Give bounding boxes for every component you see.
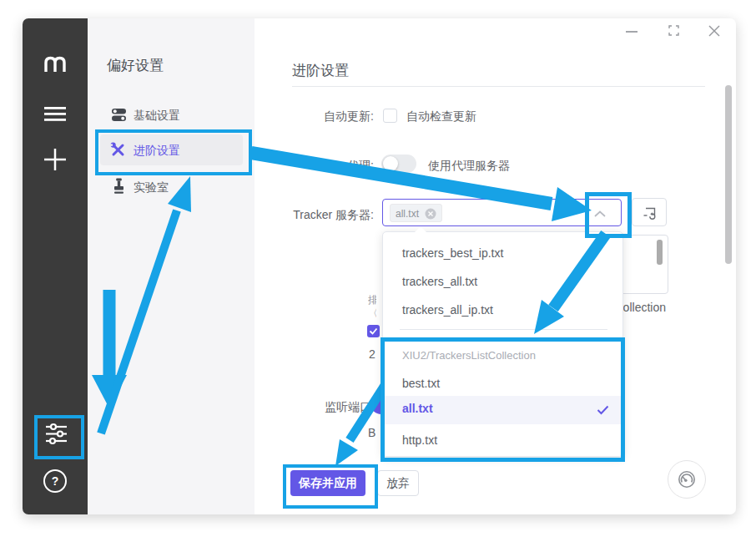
sidebar-item-advanced-settings[interactable]: 进阶设置 <box>100 134 243 165</box>
tracker-server-label: Tracker 服务器: <box>257 206 374 223</box>
maximize-button[interactable] <box>668 24 681 38</box>
proxy-label: 代理: <box>257 157 374 174</box>
chevron-up-icon[interactable] <box>594 210 606 217</box>
maximize-icon <box>668 24 680 37</box>
sidebar-item-lab[interactable]: 实验室 <box>100 172 244 202</box>
hidden-text-fragment: 排 <box>368 293 376 305</box>
preferences-icon[interactable] <box>45 423 68 445</box>
add-task-icon[interactable] <box>44 149 66 170</box>
proxy-switch-label: 使用代理服务器 <box>428 157 510 174</box>
dropdown-option[interactable]: trackers_best_ip.txt <box>402 245 503 261</box>
tag-close-icon[interactable] <box>425 208 436 220</box>
scrollbar-thumb[interactable] <box>725 85 732 264</box>
title-divider <box>292 86 705 87</box>
help-button[interactable]: ? <box>43 469 67 493</box>
task-list-icon[interactable] <box>44 107 66 122</box>
screenshot-root: ? 偏好设置 基础设置 进阶设置 <box>0 0 756 537</box>
sync-trackers-button[interactable] <box>632 198 667 226</box>
help-icon: ? <box>52 474 59 488</box>
auto-update-checkbox-label[interactable]: 自动检查更新 <box>406 108 476 124</box>
tracker-tag-label: all.txt <box>396 208 419 220</box>
speed-limit-button[interactable] <box>668 460 706 499</box>
discard-button[interactable]: 放弃 <box>377 470 419 496</box>
speedometer-icon <box>677 469 697 489</box>
hidden-text-fragment: 〈 <box>368 306 376 318</box>
close-button[interactable] <box>708 24 721 38</box>
dropdown-option[interactable]: trackers_all_ip.txt <box>402 301 493 318</box>
auto-update-checkbox[interactable] <box>383 109 397 123</box>
save-apply-button[interactable]: 保存并应用 <box>290 470 365 496</box>
tracker-dropdown: trackers_best_ip.txt trackers_all.txt tr… <box>382 231 623 457</box>
save-apply-label: 保存并应用 <box>299 476 357 489</box>
proxy-toggle[interactable] <box>381 155 416 173</box>
toggles-icon <box>111 108 127 122</box>
sidebar-item-label: 基础设置 <box>134 107 180 124</box>
sidebar-item-label: 进阶设置 <box>134 142 180 159</box>
tools-icon <box>109 141 127 159</box>
tracker-tag: all.txt <box>390 204 442 222</box>
textarea-scrollbar[interactable] <box>657 240 663 265</box>
page-title: 进阶设置 <box>292 61 349 80</box>
discard-label: 放弃 <box>386 476 410 489</box>
check-icon <box>597 405 609 415</box>
dropdown-option-selected-row[interactable]: all.txt <box>384 396 622 424</box>
sidebar-item-label: 实验室 <box>134 179 169 195</box>
dropdown-option[interactable]: trackers_all.txt <box>402 273 477 290</box>
motrix-logo-icon <box>43 53 68 74</box>
dropdown-group-divider <box>400 329 607 330</box>
hidden-text-fragment: B <box>368 426 376 439</box>
hidden-text-fragment: 2 <box>369 347 379 361</box>
dropdown-option[interactable]: http.txt <box>402 432 437 448</box>
preferences-panel <box>88 18 255 514</box>
dropdown-arrow <box>415 226 426 232</box>
minimize-button[interactable] <box>624 23 639 38</box>
sidebar-item-basic-settings[interactable]: 基础设置 <box>100 100 244 130</box>
close-icon <box>708 24 721 38</box>
stamp-icon <box>112 178 126 195</box>
tracker-select[interactable]: all.txt <box>382 199 622 226</box>
sync-trackers-icon <box>643 206 657 220</box>
auto-update-label: 自动更新: <box>257 108 374 124</box>
toggle-knob <box>383 156 398 171</box>
dropdown-option[interactable]: best.txt <box>402 375 440 392</box>
dropdown-group-label: XIU2/TrackersListCollection <box>402 349 536 362</box>
listen-port-label: 监听端口 <box>255 398 371 415</box>
dropdown-option-selected-label: all.txt <box>402 402 433 415</box>
minimize-icon <box>626 31 638 33</box>
hidden-checkbox-checked <box>367 325 380 337</box>
preferences-title: 偏好设置 <box>107 56 164 75</box>
